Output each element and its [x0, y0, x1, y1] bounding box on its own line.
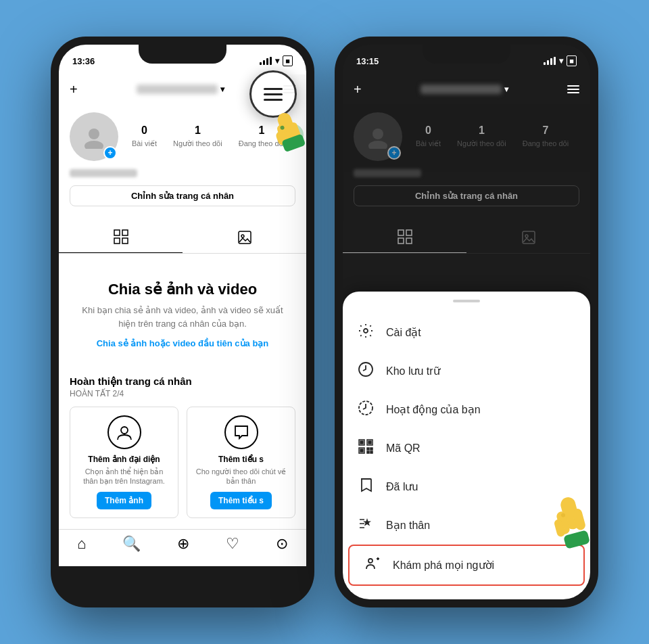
followers-count-right: 1 — [457, 124, 506, 137]
avatar-wrapper-left: + — [70, 112, 118, 161]
activity-label: Hoạt động của bạn — [386, 403, 481, 416]
stat-posts-left: 0 Bài viết — [132, 124, 157, 149]
saved-icon — [356, 477, 375, 497]
dropdown-icon-right[interactable]: ▾ — [504, 85, 508, 94]
edit-profile-btn-right[interactable]: Chỉnh sửa trang cá nhân — [354, 185, 579, 206]
username-area-left: ▾ — [137, 85, 224, 94]
archive-label: Kho lưu trữ — [386, 365, 440, 377]
share-link[interactable]: Chia sẻ ảnh hoặc video đầu tiên của bạn — [75, 338, 290, 348]
following-count-right: 7 — [523, 124, 569, 137]
menu-line-r2 — [567, 89, 579, 90]
svg-rect-36 — [367, 451, 369, 453]
edit-profile-btn-left[interactable]: Chỉnh sửa trang cá nhân — [70, 185, 295, 206]
wifi-icon-right: ▾ — [559, 56, 563, 66]
close-friends-label: Bạn thân — [386, 519, 430, 532]
profile-top-right: + 0 Bài viết 1 Người theo dõi 7 Đang the… — [354, 112, 579, 161]
menu-large-line-2 — [264, 93, 283, 95]
avatar-plus-btn[interactable]: + — [103, 146, 117, 160]
svg-rect-20 — [398, 238, 404, 244]
bottom-nav-left: ⌂ 🔍 ⊕ ♡ ⊙ — [59, 529, 306, 566]
heart-icon-left[interactable]: ♡ — [226, 535, 239, 553]
sheet-item-settings[interactable]: Cài đặt — [343, 313, 590, 352]
add-icon-right[interactable]: + — [354, 82, 362, 97]
share-desc: Khi bạn chia sẻ ảnh và video, ảnh và vid… — [75, 304, 290, 330]
svg-rect-18 — [398, 230, 404, 235]
username-blurred-left — [137, 85, 218, 94]
top-nav-right: + ▾ — [343, 74, 590, 104]
profile-area-right: + 0 Bài viết 1 Người theo dõi 7 Đang the… — [343, 104, 590, 221]
card-avatar-icon — [107, 415, 141, 449]
share-title: Chia sẻ ảnh và video — [75, 281, 290, 298]
svg-rect-21 — [406, 238, 412, 244]
sheet-item-discover[interactable]: Khám phá mọi người — [348, 545, 585, 586]
sheet-item-activity[interactable]: Hoạt động của bạn — [343, 390, 590, 429]
avatar-plus-btn-right[interactable]: + — [387, 146, 401, 160]
status-icons-left: ▾ ■ — [260, 55, 293, 66]
complete-cards: Thêm ảnh đại diện Chọn ảnh thể hiện bản … — [70, 407, 295, 518]
posts-count-left: 0 — [132, 124, 157, 137]
status-icons-right: ▾ ■ — [544, 55, 577, 66]
sheet-item-archive[interactable]: Kho lưu trữ — [343, 352, 590, 390]
right-phone: 13:15 ▾ ■ + ▾ — [335, 37, 598, 607]
battery-icon: ■ — [283, 55, 293, 66]
followers-count-left: 1 — [173, 124, 222, 137]
discover-icon — [363, 555, 382, 575]
posts-label-right: Bài viết — [416, 139, 441, 147]
following-label-right: Đang theo dõi — [523, 139, 569, 147]
share-section: Chia sẻ ảnh và video Khi bạn chia sẻ ảnh… — [59, 254, 306, 365]
tabs-left — [59, 221, 306, 254]
qr-icon — [356, 438, 375, 458]
tab-grid-left[interactable] — [59, 221, 183, 253]
settings-label: Cài đặt — [386, 326, 421, 339]
sheet-item-qr[interactable]: Mã QR — [343, 429, 590, 467]
svg-rect-2 — [114, 230, 120, 235]
followers-label-right: Người theo dõi — [457, 139, 506, 147]
add-icon-left[interactable]: + — [70, 82, 78, 97]
wifi-icon: ▾ — [275, 56, 279, 66]
add-post-icon-left[interactable]: ⊕ — [177, 535, 189, 553]
svg-rect-5 — [122, 238, 128, 244]
username-blurred-right — [420, 85, 502, 94]
tab-tagged-right[interactable] — [466, 221, 590, 253]
card-bio-title: Thêm tiểu s — [195, 455, 287, 464]
card-avatar-desc: Chọn ảnh thể hiện bản thân bạn trên Inst… — [78, 467, 170, 486]
tabs-right — [343, 221, 590, 254]
discover-label: Khám phá mọi người — [393, 559, 494, 572]
svg-point-23 — [525, 235, 528, 237]
stat-following-right: 7 Đang theo dõi — [523, 124, 569, 149]
card-avatar-btn[interactable]: Thêm ảnh — [97, 492, 151, 509]
profile-icon-left[interactable]: ⊙ — [276, 535, 288, 553]
menu-icon-right[interactable] — [567, 85, 579, 93]
content-left: Chia sẻ ảnh và video Khi bạn chia sẻ ảnh… — [59, 254, 306, 529]
svg-point-7 — [241, 235, 244, 237]
sheet-bottom-space — [343, 586, 590, 599]
dropdown-icon-left[interactable]: ▾ — [220, 85, 224, 94]
username-area-right: ▾ — [420, 85, 508, 94]
svg-rect-19 — [406, 230, 412, 235]
menu-large-line-1 — [264, 88, 283, 90]
battery-icon-right: ■ — [567, 55, 577, 66]
time-right: 13:15 — [356, 56, 379, 66]
svg-rect-35 — [370, 448, 372, 450]
svg-rect-4 — [114, 238, 120, 244]
hamburger-icon-large — [264, 88, 283, 101]
bottom-sheet: Cài đặt Kho lưu trữ — [343, 292, 590, 599]
menu-line-r3 — [567, 92, 579, 93]
tab-grid-right[interactable] — [343, 221, 466, 253]
stat-followers-right: 1 Người theo dõi — [457, 124, 506, 149]
name-placeholder-right — [354, 169, 421, 177]
complete-title: Hoàn thiện trang cá nhân — [70, 375, 295, 388]
search-icon-left[interactable]: 🔍 — [122, 535, 141, 553]
card-bio-btn[interactable]: Thêm tiểu s — [210, 492, 272, 509]
svg-point-0 — [89, 129, 99, 139]
posts-label-left: Bài viết — [132, 139, 157, 147]
svg-rect-30 — [368, 441, 371, 444]
home-icon-left[interactable]: ⌂ — [77, 535, 86, 553]
stat-followers-left: 1 Người theo dõi — [173, 124, 222, 149]
tab-tagged-left[interactable] — [183, 221, 306, 253]
left-phone: 13:36 ▾ ■ + ▾ — [51, 37, 314, 607]
svg-point-17 — [368, 141, 387, 149]
svg-point-1 — [85, 141, 103, 149]
signal-icon-right — [544, 57, 556, 65]
card-bio-icon — [224, 415, 258, 449]
